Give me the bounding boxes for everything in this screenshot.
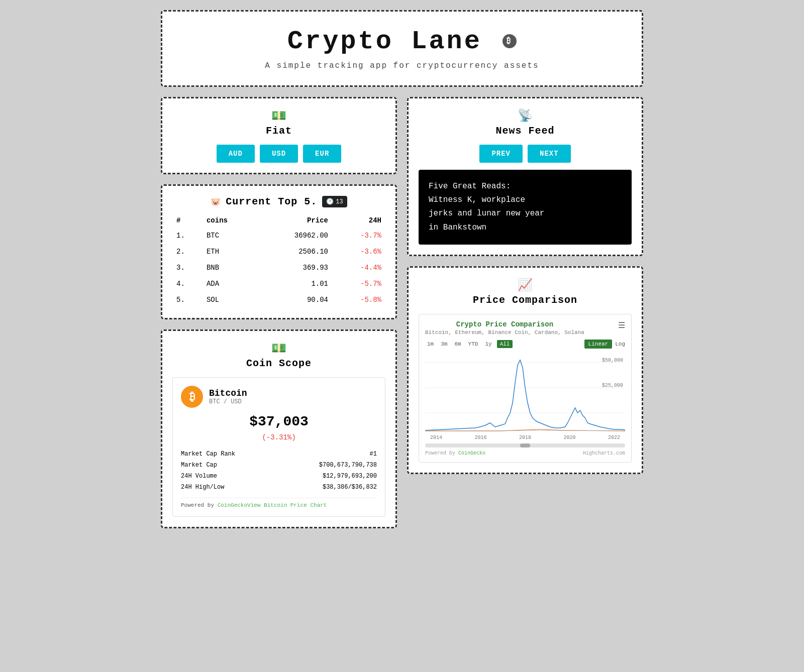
coin-scope-icon: 💵 [172, 341, 385, 356]
top5-icon: 🐷 [211, 197, 221, 207]
stat-label: Market Cap [181, 460, 276, 471]
row-rank: 3. [172, 260, 203, 276]
stat-value: $700,673,790,738 [276, 460, 377, 471]
stat-label: 24H Volume [181, 471, 276, 482]
top5-table: # coins Price 24H 1. BTC 36962.00 -3.7% … [172, 213, 385, 308]
header-title: Crypto Lane ₿ [172, 27, 632, 56]
coin-scope-panel: 💵 Coin Scope ₿ Bitcoin BTC / USD $37,003… [161, 329, 397, 528]
stat-row: 24H High/Low $38,386/$36,832 [181, 482, 377, 493]
news-content: Five Great Reads:Witness K, workplacejer… [419, 170, 632, 245]
timer-label: 13 [336, 198, 343, 205]
coin-scope-title: Coin Scope [172, 358, 385, 369]
x-2018: 2018 [519, 435, 531, 440]
coin-scope-top: ₿ Bitcoin BTC / USD [181, 386, 377, 408]
next-button[interactable]: NEXT [528, 145, 571, 163]
news-title: News Feed [419, 125, 632, 137]
period-1y[interactable]: 1y [483, 340, 493, 348]
period-3m[interactable]: 3m [439, 340, 449, 348]
coin-name: Bitcoin [209, 388, 247, 398]
stat-label: Market Cap Rank [181, 449, 276, 460]
price-chart-svg [425, 353, 625, 433]
row-price: 1.01 [256, 276, 332, 292]
coingecko-link[interactable]: CoinGecko [218, 502, 247, 508]
period-6m[interactable]: 6m [452, 340, 463, 348]
chart-container: Crypto Price Comparison Bitcoin, Ethereu… [419, 314, 632, 463]
coingecko-chart-link[interactable]: CoinGecko [458, 451, 485, 456]
row-coin: ADA [203, 276, 256, 292]
fiat-buttons: AUD USD EUR [172, 145, 385, 163]
chart-icon: 📈 [419, 278, 632, 292]
coin-price: $37,003 [181, 414, 377, 429]
chart-subtitle: Bitcoin, Ethereum, Binance Coin, Cardano… [425, 329, 584, 335]
linear-button[interactable]: Linear [584, 340, 613, 349]
row-rank: 4. [172, 276, 203, 292]
log-button[interactable]: Log [615, 341, 625, 347]
row-change: -3.6% [332, 244, 385, 260]
highcharts-credit: Highcharts.com [583, 451, 625, 456]
y-label-50k: $50,000 [602, 358, 623, 363]
scrollbar-thumb[interactable] [520, 443, 530, 447]
coin-scope-header: 💵 Coin Scope [172, 341, 385, 369]
x-2014: 2014 [430, 435, 442, 440]
header-panel: Crypto Lane ₿ A simple tracking app for … [161, 10, 643, 87]
row-price: 369.93 [256, 260, 332, 276]
col-coins: coins [203, 213, 256, 228]
view-chart-link[interactable]: View Bitcoin Price Chart [247, 502, 327, 508]
chart-scrollbar[interactable] [425, 443, 625, 447]
news-feed-panel: 📡 News Feed PREV NEXT Five Great Reads:W… [407, 97, 643, 256]
main-wrapper: Crypto Lane ₿ A simple tracking app for … [161, 10, 643, 528]
stat-row: 24H Volume $12,979,693,200 [181, 471, 377, 482]
stat-value: #1 [276, 449, 377, 460]
fiat-aud-button[interactable]: AUD [217, 145, 255, 163]
row-coin: ETH [203, 244, 256, 260]
y-label-25k: $25,000 [602, 383, 623, 388]
news-nav: PREV NEXT [419, 145, 632, 163]
fiat-panel: 💵 Fiat AUD USD EUR [161, 97, 397, 174]
row-coin: BTC [203, 228, 256, 244]
table-row: 5. SOL 90.04 -5.8% [172, 292, 385, 308]
col-price: Price [256, 213, 332, 228]
row-change: -4.4% [332, 260, 385, 276]
table-row: 1. BTC 36962.00 -3.7% [172, 228, 385, 244]
chart-title: Crypto Price Comparison [425, 320, 584, 328]
news-header: 📡 News Feed [419, 108, 632, 137]
clock-icon: 🕐 [326, 198, 334, 205]
btc-logo: ₿ [181, 386, 203, 408]
row-change: -3.7% [332, 228, 385, 244]
fiat-icon: 💵 [172, 108, 385, 123]
fiat-eur-button[interactable]: EUR [303, 145, 341, 163]
row-price: 2506.10 [256, 244, 332, 260]
powered-by: Powered by CoinGecko [425, 451, 485, 456]
x-2022: 2022 [608, 435, 620, 440]
price-comparison-header: 📈 Price Comparison [419, 278, 632, 306]
period-ytd[interactable]: YTD [466, 340, 480, 348]
footer-text: Powered by [181, 502, 218, 508]
x-2020: 2020 [563, 435, 575, 440]
row-coin: BNB [203, 260, 256, 276]
chart-menu-button[interactable]: ☰ [618, 320, 625, 330]
coin-scope-inner: ₿ Bitcoin BTC / USD $37,003 (-3.31%) Mar… [172, 377, 385, 517]
prev-button[interactable]: PREV [479, 145, 523, 163]
row-rank: 2. [172, 244, 203, 260]
stat-value: $38,386/$36,832 [276, 482, 377, 493]
news-text: Five Great Reads:Witness K, workplacejer… [429, 182, 544, 232]
coin-pair: BTC / USD [209, 398, 247, 405]
fiat-usd-button[interactable]: USD [260, 145, 298, 163]
bitcoin-icon: ₿ [502, 34, 517, 48]
row-price: 36962.00 [256, 228, 332, 244]
table-row: 3. BNB 369.93 -4.4% [172, 260, 385, 276]
stat-row: Market Cap $700,673,790,738 [181, 460, 377, 471]
period-1m[interactable]: 1m [425, 340, 436, 348]
right-column: 📡 News Feed PREV NEXT Five Great Reads:W… [407, 97, 643, 528]
coin-change: (-3.31%) [181, 433, 377, 441]
chart-controls: 1m 3m 6m YTD 1y All Linear Log [425, 340, 625, 349]
coin-stats-table: Market Cap Rank #1 Market Cap $700,673,7… [181, 449, 377, 493]
price-comparison-title: Price Comparison [419, 294, 632, 306]
header-subtitle: A simple tracking app for cryptocurrency… [172, 61, 632, 70]
period-all[interactable]: All [497, 340, 513, 348]
row-rank: 1. [172, 228, 203, 244]
row-price: 90.04 [256, 292, 332, 308]
table-row: 2. ETH 2506.10 -3.6% [172, 244, 385, 260]
table-row: 4. ADA 1.01 -5.7% [172, 276, 385, 292]
price-comparison-panel: 📈 Price Comparison Crypto Price Comparis… [407, 266, 643, 474]
